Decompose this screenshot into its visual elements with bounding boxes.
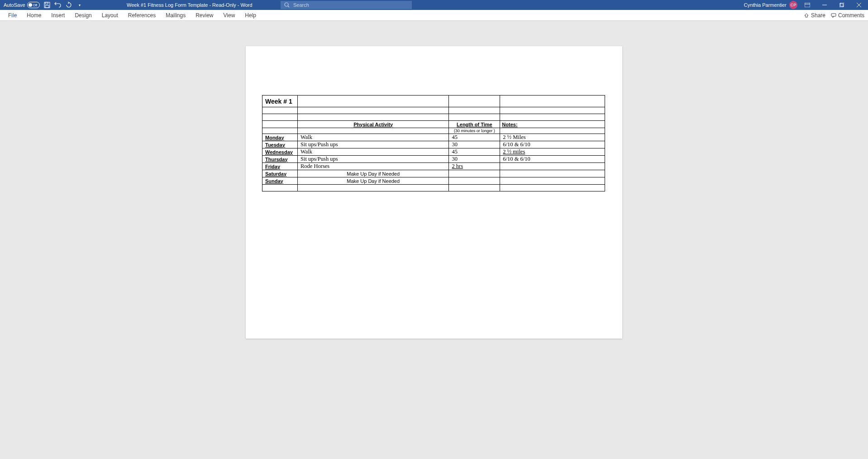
svg-line-4 [288,6,289,7]
user-name[interactable]: Cynthia Parmentier [744,2,787,8]
restore-button[interactable] [835,0,849,10]
tab-review[interactable]: Review [191,10,218,20]
tab-mailings[interactable]: Mailings [161,10,190,20]
table-row[interactable]: Wednesday Walk 45 2 ½ miles [262,148,605,156]
length-cell[interactable]: 30 [449,156,500,163]
share-label: Share [811,12,825,19]
table-row-title[interactable]: Week # 1 [262,96,605,107]
share-button[interactable]: Share [804,12,825,19]
autosave-state: Off [33,4,37,7]
svg-rect-8 [839,4,843,7]
tab-design[interactable]: Design [70,10,96,20]
activity-cell[interactable]: Make Up Day if Needed [297,177,448,185]
comments-label: Comments [838,12,864,19]
table-row[interactable]: Tuesday Sit ups/Push ups 30 6/10 & 6/10 [262,141,605,148]
header-notes[interactable]: Notes: [500,121,605,128]
notes-cell[interactable] [500,177,605,185]
header-length[interactable]: Length of Time [449,121,500,128]
table-row[interactable]: Thursday Sit ups/Push ups 30 6/10 & 6/10 [262,156,605,163]
comments-button[interactable]: Comments [831,12,864,19]
autosave-toggle[interactable]: AutoSave Off [4,2,40,8]
redo-icon[interactable] [65,1,72,9]
table-row-subheader[interactable]: (30 minutes or longer ) [262,128,605,134]
table-cell[interactable] [297,128,448,134]
comments-icon [831,13,836,18]
activity-cell[interactable]: Walk [297,148,448,156]
notes-cell[interactable]: 6/10 & 6/10 [500,156,605,163]
quick-access-toolbar: AutoSave Off ▾ [0,1,83,9]
table-row-header[interactable]: Physical Activity Length of Time Notes: [262,121,605,128]
day-saturday[interactable]: Saturday [262,170,298,177]
tab-file[interactable]: File [4,10,21,20]
week-title-cell[interactable]: Week # 1 [262,96,298,107]
tab-view[interactable]: View [219,10,240,20]
notes-cell[interactable] [500,170,605,177]
notes-text[interactable]: 2 ½ miles [503,148,525,155]
table-cell[interactable] [500,128,605,134]
day-thursday[interactable]: Thursday [262,156,298,163]
table-row-blank[interactable] [262,114,605,121]
svg-rect-9 [840,3,844,6]
length-cell[interactable]: 45 [449,148,500,156]
length-cell[interactable]: 45 [449,134,500,141]
document-area[interactable]: Week # 1 Physical Activity Length of Tim… [0,21,868,459]
notes-cell[interactable]: 6/10 & 6/10 [500,141,605,148]
table-cell[interactable] [262,128,298,134]
day-friday[interactable]: Friday [262,163,298,170]
day-tuesday[interactable]: Tuesday [262,141,298,148]
table-row[interactable]: Friday Rode Horses 2 hrs [262,163,605,170]
search-input[interactable]: Search [281,1,412,9]
subheader-length[interactable]: (30 minutes or longer ) [449,128,500,134]
notes-cell[interactable] [500,163,605,170]
ribbon-display-options-icon[interactable] [800,0,815,10]
minimize-button[interactable] [817,0,832,10]
notes-cell[interactable]: 2 ½ Miles [500,134,605,141]
table-row-blank[interactable] [262,185,605,191]
tab-references[interactable]: References [124,10,160,20]
ribbon: File Home Insert Design Layout Reference… [0,10,868,21]
tab-home[interactable]: Home [22,10,46,20]
day-monday[interactable]: Monday [262,134,298,141]
svg-rect-12 [831,14,836,16]
table-cell[interactable] [449,96,500,107]
day-wednesday[interactable]: Wednesday [262,148,298,156]
close-button[interactable] [852,0,866,10]
length-cell[interactable] [449,177,500,185]
titlebar-right: Cynthia Parmentier CP [744,0,866,10]
tab-layout[interactable]: Layout [97,10,123,20]
length-cell: 2 hrs [449,163,500,170]
activity-cell[interactable]: Make Up Day if Needed [297,170,448,177]
activity-cell[interactable]: Walk [297,134,448,141]
page[interactable]: Week # 1 Physical Activity Length of Tim… [246,46,622,339]
header-activity[interactable]: Physical Activity [297,121,448,128]
table-cell[interactable] [500,96,605,107]
user-initials: CP [791,3,796,7]
ribbon-tabs: File Home Insert Design Layout Reference… [4,10,261,20]
table-row-blank[interactable] [262,107,605,114]
length-cell[interactable] [449,170,500,177]
search-icon [284,2,290,8]
activity-cell[interactable]: Sit ups/Push ups [297,141,448,148]
table-row[interactable]: Saturday Make Up Day if Needed [262,170,605,177]
tab-help[interactable]: Help [240,10,261,20]
tab-insert[interactable]: Insert [47,10,69,20]
table-row[interactable]: Sunday Make Up Day if Needed [262,177,605,185]
length-cell[interactable]: 30 [449,141,500,148]
document-title: Week #1 Fitness Log Form Template - Read… [127,2,253,8]
titlebar: AutoSave Off ▾ Week #1 Fitness Log Form … [0,0,868,10]
activity-cell[interactable]: Sit ups/Push ups [297,156,448,163]
undo-icon[interactable] [54,1,62,9]
svg-point-3 [285,3,288,6]
customize-qat-icon[interactable]: ▾ [76,1,83,9]
share-icon [804,13,809,18]
user-avatar[interactable]: CP [789,1,797,9]
table-cell[interactable] [262,121,298,128]
save-icon[interactable] [43,1,51,9]
fitness-table[interactable]: Week # 1 Physical Activity Length of Tim… [262,95,605,191]
toggle-switch[interactable]: Off [27,2,40,8]
day-sunday[interactable]: Sunday [262,177,298,185]
table-row[interactable]: Monday Walk 45 2 ½ Miles [262,134,605,141]
activity-cell[interactable]: Rode Horses [297,163,448,170]
length-text[interactable]: 2 hrs [452,163,463,169]
table-cell[interactable] [297,96,448,107]
